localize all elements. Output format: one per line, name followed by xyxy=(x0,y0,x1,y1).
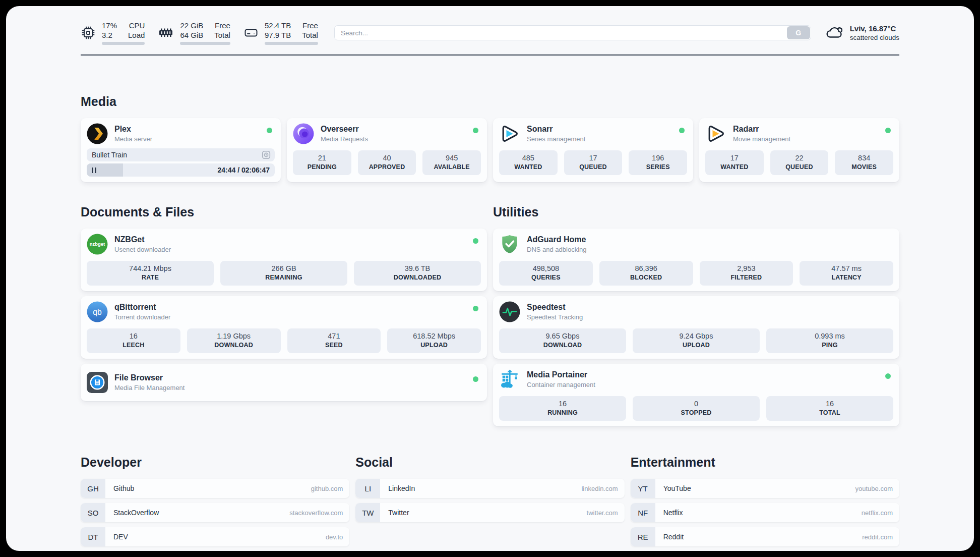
bookmark-group-developer: Developer GH Github github.com SO StackO… xyxy=(81,455,349,546)
stat-available: 945 AVAILABLE xyxy=(422,150,481,175)
stat-leech: 16 LEECH xyxy=(87,328,180,353)
status-online-dot xyxy=(885,373,891,379)
bookmark-domain: dev.to xyxy=(326,533,343,541)
stat-ping: 0.993 ms PING xyxy=(766,328,893,353)
disk-total-label: Total xyxy=(302,30,318,40)
bookmark-twitter[interactable]: TW Twitter twitter.com xyxy=(355,503,624,522)
service-description: Movie management xyxy=(733,135,879,143)
speedtest-pulse-icon xyxy=(499,301,520,322)
stat-queued: 22 QUEUED xyxy=(770,150,829,175)
bookmark-group-entertainment: Entertainment YT YouTube youtube.com NF … xyxy=(631,455,899,546)
bookmark-name: DEV xyxy=(113,533,128,541)
service-name: AdGuard Home xyxy=(527,235,893,245)
service-description: Usenet downloader xyxy=(114,245,466,254)
sonarr-icon xyxy=(499,123,520,144)
service-name: Radarr xyxy=(733,124,879,134)
bookmark-abbr: LI xyxy=(355,479,380,498)
stat-upload: 618.52 Mbps UPLOAD xyxy=(387,328,481,353)
bookmark-abbr: NF xyxy=(631,503,655,522)
bookmark-dev[interactable]: DT DEV dev.to xyxy=(81,527,349,546)
bookmark-name: Twitter xyxy=(388,509,409,517)
service-card-nzbget[interactable]: nzbget NZBGet Usenet downloader 74 xyxy=(81,229,487,291)
bookmark-linkedin[interactable]: LI LinkedIn linkedin.com xyxy=(355,479,624,498)
bookmark-name: YouTube xyxy=(663,484,691,492)
section-title-entertainment: Entertainment xyxy=(631,455,899,470)
search-input[interactable] xyxy=(334,25,811,40)
section-title-social: Social xyxy=(355,455,624,470)
stat-wanted: 485 WANTED xyxy=(499,150,558,175)
memory-total-label: Total xyxy=(214,30,230,40)
bookmark-abbr: YT xyxy=(631,479,655,498)
bookmark-reddit[interactable]: RE Reddit reddit.com xyxy=(631,527,899,546)
cpu-meter: 17% CPU 3.2 Load xyxy=(81,21,145,45)
service-name: Overseerr xyxy=(321,124,466,134)
nzbget-icon: nzbget xyxy=(87,234,108,255)
cpu-label: CPU xyxy=(128,21,145,30)
service-name: Media Portainer xyxy=(527,370,879,380)
service-name: NZBGet xyxy=(114,235,466,245)
svg-text:nzbget: nzbget xyxy=(90,241,105,247)
status-online-dot xyxy=(473,238,478,244)
service-card-portainer[interactable]: Media Portainer Container management 16 … xyxy=(493,364,899,426)
status-online-dot xyxy=(267,128,272,133)
qbittorrent-icon: qb xyxy=(87,301,108,322)
section-title-developer: Developer xyxy=(81,455,349,470)
status-online-dot xyxy=(885,128,891,133)
radarr-icon xyxy=(705,123,726,144)
service-card-adguard[interactable]: AdGuard Home DNS and adblocking 498,508 … xyxy=(493,229,899,291)
dashboard-page: 17% CPU 3.2 Load xyxy=(6,6,974,551)
filebrowser-icon xyxy=(87,372,108,393)
status-online-dot xyxy=(473,376,478,382)
stat-movies: 834 MOVIES xyxy=(835,150,893,175)
cloud-icon xyxy=(825,25,843,41)
service-card-qbittorrent[interactable]: qb qBittorrent Torrent downloader xyxy=(81,296,487,359)
stat-pending: 21 PENDING xyxy=(293,150,351,175)
stat-blocked: 86,396 BLOCKED xyxy=(599,261,693,286)
utilities-column: Utilities AdGuard Home xyxy=(493,204,899,426)
bookmark-netflix[interactable]: NF Netflix netflix.com xyxy=(631,503,899,522)
search-bar: G xyxy=(334,25,811,40)
stat-remaining: 266 GB REMAINING xyxy=(220,261,347,286)
service-card-sonarr[interactable]: Sonarr Series management 485 WANTED 17 Q… xyxy=(493,118,693,182)
service-description: Speedtest Tracking xyxy=(527,313,893,321)
bookmark-stackoverflow[interactable]: SO StackOverflow stackoverflow.com xyxy=(81,503,349,522)
service-card-speedtest[interactable]: Speedtest Speedtest Tracking 9.65 Gbps D… xyxy=(493,296,899,359)
resource-meters: 17% CPU 3.2 Load xyxy=(81,21,318,45)
view-session-icon[interactable] xyxy=(262,150,271,159)
bookmark-domain: stackoverflow.com xyxy=(289,509,343,517)
pause-button[interactable] xyxy=(92,168,96,173)
service-description: Container management xyxy=(527,380,879,389)
bookmark-name: StackOverflow xyxy=(113,509,159,517)
bookmark-github[interactable]: GH Github github.com xyxy=(81,479,349,498)
stat-download: 1.19 Gbps DOWNLOAD xyxy=(187,328,281,353)
plex-icon xyxy=(87,123,108,144)
bookmark-youtube[interactable]: YT YouTube youtube.com xyxy=(631,479,899,498)
stat-download: 9.65 Gbps DOWNLOAD xyxy=(499,328,626,353)
bookmark-name: LinkedIn xyxy=(388,484,415,492)
stat-upload: 9.24 Gbps UPLOAD xyxy=(633,328,760,353)
service-description: Media File Management xyxy=(114,383,466,392)
stat-rate: 744.21 Mbps RATE xyxy=(87,261,214,286)
memory-meter: 22 GiB Free 64 GiB Total xyxy=(158,21,230,45)
stat-seed: 471 SEED xyxy=(287,328,381,353)
service-card-radarr[interactable]: Radarr Movie management 17 WANTED 22 QUE… xyxy=(699,118,899,182)
disk-progress-bar xyxy=(265,42,318,45)
disk-free-value: 52.4 TB xyxy=(265,21,291,30)
service-name: Sonarr xyxy=(527,124,672,134)
bookmark-domain: reddit.com xyxy=(862,533,893,541)
service-card-filebrowser[interactable]: File Browser Media File Management xyxy=(81,364,487,401)
cpu-usage-value: 17% xyxy=(102,21,117,30)
svg-text:qb: qb xyxy=(93,308,102,316)
stat-queries: 498,508 QUERIES xyxy=(499,261,593,286)
service-name: Plex xyxy=(114,124,260,134)
service-card-plex[interactable]: Plex Media server Bullet Train xyxy=(81,118,281,182)
service-card-overseerr[interactable]: Overseerr Media Requests 21 PENDING 40 A… xyxy=(287,118,487,182)
playback-progress-bar: 24:44 / 02:06:47 xyxy=(87,163,275,177)
section-title-media: Media xyxy=(81,94,899,109)
search-provider-button[interactable]: G xyxy=(787,26,810,39)
hard-drive-icon xyxy=(243,25,259,40)
bookmark-abbr: TW xyxy=(355,503,380,522)
bookmark-group-social: Social LI LinkedIn linkedin.com TW Twitt… xyxy=(355,455,624,546)
cpu-load-value: 3.2 xyxy=(102,30,117,40)
bookmark-name: Netflix xyxy=(663,509,683,517)
